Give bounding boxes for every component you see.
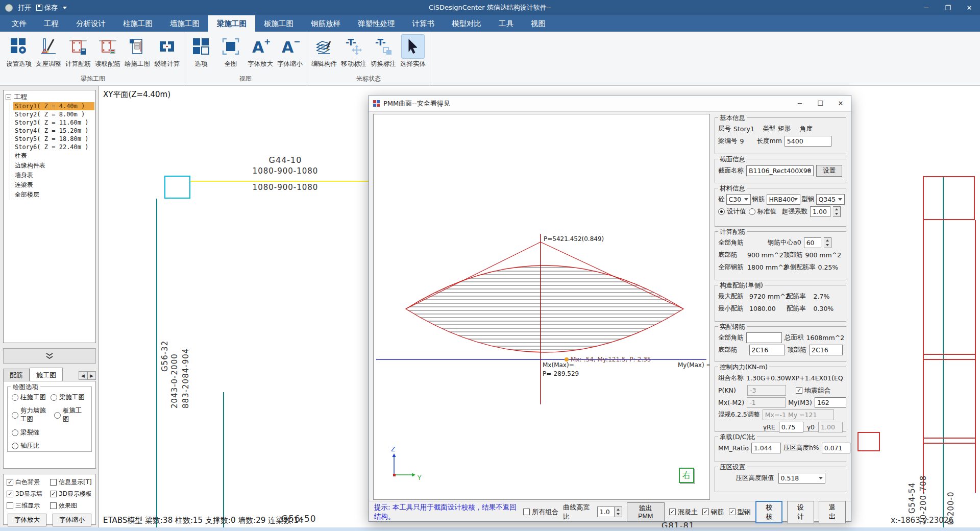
radio-axial-ratio[interactable]: 轴压比 xyxy=(12,442,55,450)
menu-tab[interactable]: 工具 xyxy=(490,15,522,32)
dialog-minimize-button[interactable]: ─ xyxy=(790,95,810,111)
my-input[interactable] xyxy=(815,397,846,408)
menu-tab[interactable]: 视图 xyxy=(522,15,554,32)
mm-ratio-input[interactable] xyxy=(751,443,781,453)
draw-drawing-button[interactable]: 绘施工图 xyxy=(122,33,152,73)
display-option-checkbox[interactable]: 信息显示[T] xyxy=(50,478,92,487)
design-button[interactable]: 设计 xyxy=(787,501,814,523)
pmm-chart-area[interactable]: P=5421.452(0.849) Mx:-.54, My:121.5, P:-… xyxy=(373,114,710,500)
support-adjust-button[interactable]: 支座调整 xyxy=(34,33,63,73)
rebar-checkbox[interactable]: 钢筋 xyxy=(702,508,724,517)
tree-item[interactable]: 连梁表 xyxy=(13,180,94,190)
pmm-dialog-titlebar[interactable]: PMM曲面--安全看得见 ─ ☐ ✕ xyxy=(369,95,851,112)
selected-beam-line[interactable] xyxy=(190,181,369,182)
steel-checkbox[interactable]: 型钢 xyxy=(729,508,751,517)
full-view-button[interactable]: 全图 xyxy=(216,33,246,73)
open-button[interactable]: 打开 xyxy=(18,3,31,12)
section-settings-button[interactable]: 设置 xyxy=(816,165,842,177)
radio-standard-value[interactable]: 标准值 xyxy=(749,207,777,216)
dialog-maximize-button[interactable]: ☐ xyxy=(810,95,830,111)
tree-item[interactable]: 边缘构件表 xyxy=(13,161,94,171)
radio-slab-drawing[interactable]: 板施工图 xyxy=(54,406,87,424)
radio-beam-drawing[interactable]: 梁施工图 xyxy=(51,393,87,402)
menu-tab[interactable]: 工程 xyxy=(35,15,67,32)
rebar-grade-select[interactable]: HRB400 xyxy=(767,194,800,205)
font-smaller-button[interactable]: A− 字体缩小 xyxy=(275,33,305,73)
menu-tab[interactable]: 弹塑性处理 xyxy=(349,15,404,32)
tree-item[interactable]: 墙身表 xyxy=(13,171,94,180)
calc-rebar-button[interactable]: 计算配筋 xyxy=(63,33,93,73)
section-name-select[interactable]: B1106_Rect400X900 xyxy=(746,165,814,176)
radio-beam-crack[interactable]: 梁裂缝 xyxy=(12,428,55,437)
display-option-checkbox[interactable]: 效果图 xyxy=(50,501,92,510)
radio-column-drawing[interactable]: 柱施工图 xyxy=(12,393,48,402)
save-button[interactable]: 保存 xyxy=(36,3,58,12)
spinner-icon[interactable] xyxy=(615,506,622,517)
tree-item[interactable]: 柱表 xyxy=(13,151,94,161)
tree-item[interactable]: Story1( Z = 4.40m ) xyxy=(13,102,94,110)
view-options-button[interactable]: 选项 xyxy=(186,33,216,73)
font-smaller-side-button[interactable]: 字体缩小 xyxy=(53,514,91,526)
tree-collapse-icon[interactable]: − xyxy=(6,94,11,100)
tree-item[interactable]: 全部楼层 xyxy=(13,190,94,200)
read-rebar-button[interactable]: 读取配筋 xyxy=(93,33,122,73)
column-outline[interactable] xyxy=(164,176,190,199)
menu-tab[interactable]: 墙施工图 xyxy=(161,15,208,32)
all-combos-checkbox[interactable]: 所有组合 xyxy=(523,508,558,517)
tree-root-project[interactable]: − 工程 xyxy=(5,92,94,102)
tab-rebar[interactable]: 配筋 xyxy=(3,369,30,381)
aspect-ratio-input[interactable] xyxy=(597,506,615,517)
compression-height-input[interactable] xyxy=(822,443,850,453)
tree-item[interactable]: Story6( Z = 22.40m ) xyxy=(13,143,94,151)
font-bigger-button[interactable]: A+ 字体放大 xyxy=(246,33,275,73)
menu-tab[interactable]: 分析设计 xyxy=(67,15,114,32)
display-option-checkbox[interactable]: 3D显示墙 xyxy=(7,490,49,498)
display-option-checkbox[interactable]: 白色背景 xyxy=(7,478,49,487)
check-button[interactable]: 校核 xyxy=(755,501,782,523)
length-input[interactable] xyxy=(785,136,831,147)
menu-tab[interactable]: 钢筋放样 xyxy=(302,15,349,32)
window-maximize-button[interactable]: ❐ xyxy=(937,0,959,15)
concrete-checkbox[interactable]: 混凝土 xyxy=(669,508,698,517)
move-annotation-button[interactable]: -T- 移动标注 xyxy=(339,33,369,73)
steel-grade-select[interactable]: Q345 xyxy=(816,194,845,205)
actual-top-input[interactable] xyxy=(809,345,843,355)
tree-item[interactable]: Story5( Z = 18.80m ) xyxy=(13,135,94,143)
actual-corner-input[interactable] xyxy=(746,332,782,343)
overstrength-input[interactable] xyxy=(810,206,830,217)
menu-tab[interactable]: 文件 xyxy=(3,15,35,32)
radio-shearwall-drawing[interactable]: 剪力墙施工图 xyxy=(12,406,52,424)
collapse-panel-button[interactable] xyxy=(3,348,96,364)
display-option-checkbox[interactable]: 3D显示楼板 xyxy=(50,490,92,498)
tab-drawing[interactable]: 施工图 xyxy=(30,368,63,381)
dialog-close-button[interactable]: ✕ xyxy=(830,95,851,111)
crack-calc-button[interactable]: 裂缝计算 xyxy=(152,33,182,73)
window-close-button[interactable]: ✕ xyxy=(959,0,980,15)
exit-button[interactable]: 退出 xyxy=(819,501,846,523)
spinner-icon[interactable] xyxy=(833,206,841,217)
menu-tab[interactable]: 计算书 xyxy=(404,15,444,32)
tab-scroll-right-icon[interactable]: ▶ xyxy=(87,371,96,380)
actual-bottom-input[interactable] xyxy=(749,345,785,355)
settings-options-button[interactable]: 设置选项 xyxy=(4,33,34,73)
qat-dropdown-icon[interactable] xyxy=(63,7,67,9)
menu-tab[interactable]: 梁施工图 xyxy=(208,15,255,32)
menu-tab[interactable]: 模型对比 xyxy=(443,15,490,32)
spinner-icon[interactable] xyxy=(824,237,831,248)
switch-annotation-button[interactable]: -T- 切换标注 xyxy=(369,33,398,73)
quake-combo-checkbox[interactable]: 地震组合 xyxy=(796,386,831,395)
select-entity-button[interactable]: 选择实体 xyxy=(398,33,428,73)
display-option-checkbox[interactable]: 三维显示 xyxy=(7,501,49,510)
concrete-grade-select[interactable]: C30 xyxy=(726,194,751,205)
tree-item[interactable]: Story3( Z = 11.60m ) xyxy=(13,118,94,127)
tree-item[interactable]: Story4( Z = 15.20m ) xyxy=(13,127,94,135)
output-pmm-button[interactable]: 输出PMM xyxy=(627,502,665,521)
tab-scroll-left-icon[interactable]: ◀ xyxy=(79,371,87,380)
edit-member-button[interactable]: 编辑构件 xyxy=(309,33,339,73)
font-bigger-side-button[interactable]: 字体放大 xyxy=(8,514,46,526)
zone-limit-select[interactable]: 0.518 xyxy=(778,473,825,484)
menu-tab[interactable]: 柱施工图 xyxy=(114,15,161,32)
window-minimize-button[interactable]: ─ xyxy=(916,0,937,15)
radio-design-value[interactable]: 设计值 xyxy=(718,207,746,216)
rebar-center-input[interactable] xyxy=(804,237,821,248)
